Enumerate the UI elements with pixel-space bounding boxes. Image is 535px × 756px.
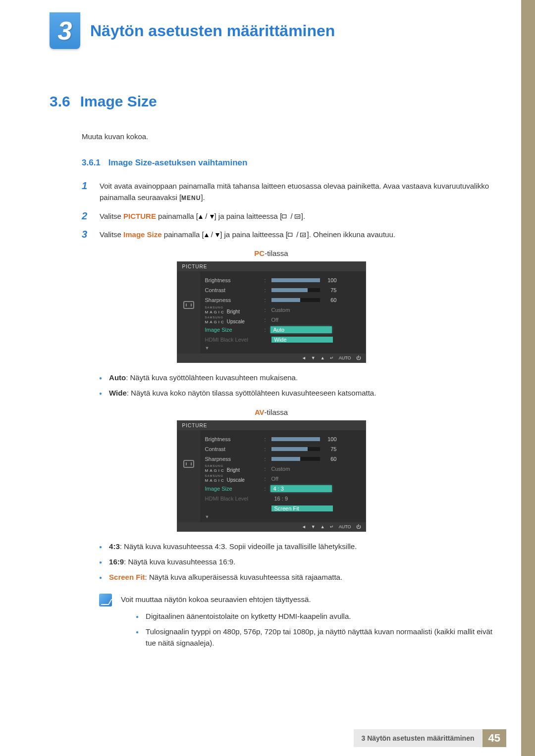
bullet-screenfit: ● Screen Fit: Näytä kuva alkuperäisessä … — [99, 571, 493, 583]
note-icon — [99, 594, 112, 606]
up-triangle-icon — [198, 214, 203, 219]
osd-screenshot-av: PICTURE Brightness : 100 Contrast : — [177, 420, 366, 532]
osd-label: SAMSUNGMAGIC Upscale — [205, 316, 262, 324]
enter-icon — [300, 233, 307, 238]
enter-icon — [295, 214, 301, 219]
av-bullet-list: ● 4:3: Näytä kuva kuvasuhteessa 4:3. Sop… — [99, 541, 493, 583]
osd-value: Custom — [271, 466, 290, 472]
step-text: Valitse — [100, 212, 123, 220]
bullet-icon: ● — [99, 574, 102, 583]
av-mode-label: AV-tilassa — [50, 408, 493, 416]
osd-label: Brightness — [205, 277, 262, 283]
magic-suffix: Bright — [227, 467, 240, 473]
bullet-term: Wide — [109, 389, 127, 397]
bullet-term-accent: Screen Fit — [109, 573, 145, 581]
bullet-wide: ● Wide: Näytä kuva koko näytön tilassa s… — [99, 387, 493, 399]
colon: : — [265, 317, 268, 323]
osd-value: 100 — [323, 436, 337, 442]
bullet-auto: ● Auto: Näytä kuva syöttölähteen kuvasuh… — [99, 372, 493, 383]
note-bullet-2: ● Tulosignaalin tyyppi on 480p, 576p, 72… — [136, 626, 493, 649]
step-body: Valitse Image Size painamalla [ / ] ja p… — [100, 229, 493, 240]
note-lead: Voit muuttaa näytön kokoa seuraavien eht… — [121, 594, 493, 605]
bullet-term: 16:9 — [109, 557, 124, 566]
slider-bar — [271, 298, 320, 302]
bullet-text: : Näytä kuva kuvasuhteessa 4:3. Sopii vi… — [120, 542, 357, 551]
osd-sidebar — [177, 271, 200, 353]
chapter-header: 3 Näytön asetusten määrittäminen — [50, 12, 335, 49]
image-size-keyword: Image Size — [123, 230, 162, 239]
osd-label: SAMSUNGMAGIC Bright — [205, 306, 262, 314]
osd-option-selected: 4 : 3 — [270, 485, 332, 492]
osd-label: Sharpness — [205, 456, 262, 462]
osd-label: SAMSUNGMAGIC Bright — [205, 464, 262, 473]
colon: : — [265, 297, 268, 303]
osd-footer: ◄ ▼ ▲ ↵ AUTO ⏻ — [177, 353, 366, 362]
step-2: 2 Valitse PICTURE painamalla [ / ] ja pa… — [82, 210, 493, 222]
osd-row-magic-bright: SAMSUNGMAGIC Bright : Custom — [205, 305, 359, 315]
step-number: 2 — [82, 210, 91, 222]
svg-marker-9 — [302, 234, 303, 236]
osd-main: Brightness : 100 Contrast : 75 Sharpness… — [200, 271, 366, 353]
step-text: painamalla [ — [156, 212, 198, 220]
colon: : — [265, 446, 268, 452]
step-text: ]. — [301, 212, 305, 220]
osd-main: Brightness : 100 Contrast : 75 Sharpness… — [200, 430, 366, 522]
osd-option: Wide — [271, 337, 333, 343]
osd-row-option: HDMI Black Level 16 : 9 — [205, 494, 359, 504]
nav-auto: AUTO — [339, 524, 351, 529]
osd-row-image-size: Image Size : 4 : 3 — [205, 484, 359, 494]
osd-row-contrast: Contrast : 75 — [205, 285, 359, 295]
step-number: 1 — [82, 180, 91, 192]
magic-suffix: Upscale — [227, 319, 245, 324]
osd-label: Contrast — [205, 287, 262, 293]
osd-row-image-size: Image Size : Auto — [205, 325, 359, 335]
slider-fill — [271, 457, 301, 461]
svg-rect-7 — [288, 233, 292, 237]
magic-text: MAGIC — [205, 468, 225, 473]
section-title: Image Size — [80, 93, 157, 110]
osd-row-magic-upscale: SAMSUNGMAGIC Upscale : Off — [205, 474, 359, 484]
section-number: 3.6 — [50, 93, 70, 110]
osd-sidebar — [177, 430, 200, 522]
bullet-icon: ● — [136, 628, 139, 649]
colon: : — [265, 456, 268, 462]
note-text: Tulosignaalin tyyppi on 480p, 576p, 720p… — [146, 626, 493, 649]
subsection-number: 3.6.1 — [82, 158, 101, 168]
nav-enter-icon: ↵ — [330, 524, 334, 529]
side-stripe — [521, 0, 535, 756]
pc-suffix: -tilassa — [265, 249, 288, 257]
nav-left-icon: ◄ — [302, 524, 306, 529]
osd-row-option: Screen Fit — [205, 504, 359, 513]
step-text: ] ja paina laitteessa [ — [214, 212, 282, 220]
note-text: Digitaalinen äänentoistolaite on kytkett… — [146, 610, 351, 622]
nav-up-icon: ▲ — [321, 524, 325, 529]
osd-title: PICTURE — [177, 262, 366, 271]
step-list: 1 Voit avata avainoppaan painamalla mitä… — [82, 180, 493, 240]
osd-footer: ◄ ▼ ▲ ↵ AUTO ⏻ — [177, 522, 366, 531]
page-footer: 3 Näytön asetusten määrittäminen 45 — [354, 729, 506, 747]
bullet-text: : Näytä kuva alkuperäisessä kuvasuhteess… — [145, 573, 343, 581]
svg-rect-2 — [282, 214, 286, 218]
bullet-icon: ● — [99, 543, 102, 552]
slider-fill — [271, 437, 320, 441]
bullet-icon: ● — [99, 390, 102, 399]
slider-bar — [271, 447, 320, 451]
nav-power-icon: ⏻ — [356, 524, 361, 529]
menu-keyword: MENU — [181, 195, 201, 202]
nav-auto: AUTO — [339, 355, 351, 360]
step-text: ] ja paina laitteessa [ — [220, 230, 288, 239]
note-bullet-1: ● Digitaalinen äänentoistolaite on kytke… — [136, 610, 493, 622]
slider-bar — [271, 457, 320, 461]
osd-value: Off — [271, 476, 278, 482]
slider-bar — [271, 288, 320, 292]
osd-row-option: HDMI Black Level Wide — [205, 335, 359, 345]
step-body: Valitse PICTURE painamalla [ / ] ja pain… — [100, 210, 493, 222]
slider-bar — [271, 437, 320, 441]
slider-fill — [271, 447, 308, 451]
bullet-text: : Näytä kuva syöttölähteen kuvasuhteen m… — [126, 373, 298, 382]
step-body: Voit avata avainoppaan painamalla mitä t… — [100, 180, 493, 203]
osd-screenshot-pc: PICTURE Brightness : 100 Contrast : — [177, 261, 366, 363]
colon: : — [265, 476, 268, 482]
bullet-term: 4:3 — [109, 542, 120, 551]
bullet-icon: ● — [99, 558, 102, 567]
